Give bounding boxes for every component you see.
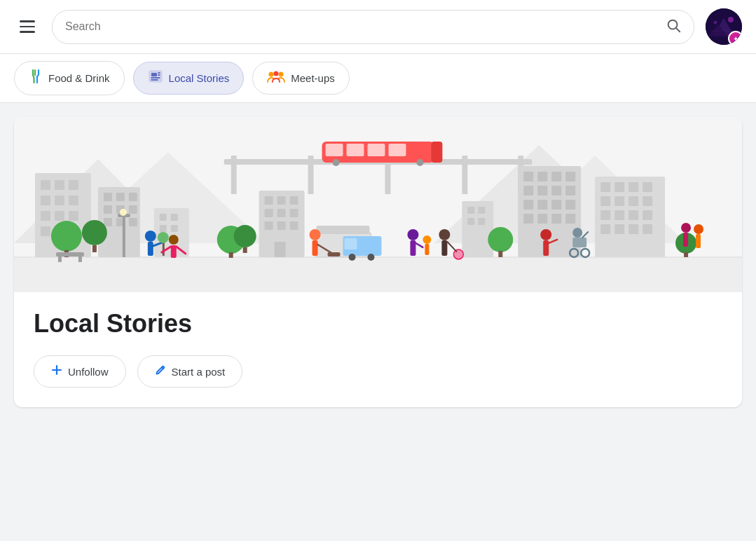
svg-point-17 xyxy=(274,71,279,76)
search-input[interactable] xyxy=(65,20,659,33)
svg-rect-148 xyxy=(328,252,341,256)
svg-rect-119 xyxy=(642,182,652,192)
svg-rect-55 xyxy=(116,193,125,201)
category-tab-meetups[interactable]: Meet-ups xyxy=(252,62,350,95)
svg-rect-101 xyxy=(551,172,561,182)
svg-rect-123 xyxy=(642,196,652,206)
start-post-label: Start a post xyxy=(172,366,226,378)
svg-rect-173 xyxy=(56,252,84,256)
svg-point-36 xyxy=(416,159,423,166)
svg-rect-71 xyxy=(171,225,178,232)
svg-rect-42 xyxy=(55,180,64,190)
svg-rect-129 xyxy=(614,224,624,234)
svg-rect-32 xyxy=(347,144,364,156)
svg-rect-75 xyxy=(290,196,298,205)
meetups-icon xyxy=(267,69,285,87)
svg-rect-79 xyxy=(265,221,273,230)
local-stories-label: Local Stories xyxy=(169,72,230,84)
start-post-button[interactable]: Start a post xyxy=(137,355,243,388)
svg-rect-26 xyxy=(308,156,314,194)
svg-point-149 xyxy=(407,229,418,240)
unfollow-label: Unfollow xyxy=(68,366,109,378)
svg-rect-159 xyxy=(543,240,549,256)
svg-rect-130 xyxy=(628,224,638,234)
svg-rect-86 xyxy=(345,238,357,249)
svg-point-172 xyxy=(120,209,127,216)
svg-rect-153 xyxy=(425,244,429,255)
svg-point-6 xyxy=(714,21,717,25)
svg-rect-69 xyxy=(171,214,178,221)
svg-point-35 xyxy=(333,159,340,166)
action-buttons: Unfollow Start a post xyxy=(34,355,722,388)
unfollow-button[interactable]: Unfollow xyxy=(34,355,126,388)
svg-rect-33 xyxy=(368,144,385,156)
svg-point-16 xyxy=(269,72,274,77)
svg-rect-31 xyxy=(326,144,343,156)
hamburger-menu-button[interactable] xyxy=(14,15,41,39)
svg-rect-116 xyxy=(600,182,610,192)
svg-rect-108 xyxy=(537,200,547,210)
category-tab-local-stories[interactable]: Local Stories xyxy=(133,62,245,95)
svg-rect-124 xyxy=(600,210,610,220)
svg-rect-45 xyxy=(55,196,64,205)
svg-rect-113 xyxy=(551,214,561,224)
hero-card: Local Stories Unfollow xyxy=(14,117,742,407)
main-content: Local Stories Unfollow xyxy=(0,103,756,421)
svg-rect-34 xyxy=(388,144,406,156)
svg-rect-80 xyxy=(277,221,286,230)
svg-rect-120 xyxy=(600,196,610,206)
svg-rect-76 xyxy=(265,209,273,217)
svg-rect-174 xyxy=(58,256,62,262)
meetups-label: Meet-ups xyxy=(291,72,335,84)
svg-point-140 xyxy=(158,232,169,243)
svg-point-161 xyxy=(572,228,582,238)
svg-point-63 xyxy=(51,221,82,252)
svg-rect-43 xyxy=(69,180,78,190)
svg-rect-95 xyxy=(478,207,485,214)
people-svg xyxy=(267,69,285,83)
svg-line-1 xyxy=(676,28,680,32)
svg-rect-56 xyxy=(129,193,137,201)
svg-rect-128 xyxy=(600,224,610,234)
svg-rect-48 xyxy=(55,211,64,221)
svg-rect-111 xyxy=(523,214,533,224)
svg-rect-84 xyxy=(317,226,370,234)
newspaper-svg xyxy=(148,69,163,83)
city-scene-svg xyxy=(14,117,742,292)
svg-rect-175 xyxy=(78,256,82,262)
avatar-badge: ✦ xyxy=(728,31,742,45)
svg-rect-102 xyxy=(565,172,575,182)
user-avatar-button[interactable]: ✦ xyxy=(706,8,742,45)
hamburger-line-2 xyxy=(20,26,35,28)
svg-rect-117 xyxy=(614,182,624,192)
category-tab-food-drink[interactable]: Food & Drink xyxy=(14,61,125,95)
svg-rect-47 xyxy=(41,211,50,221)
svg-rect-94 xyxy=(467,207,474,214)
svg-rect-99 xyxy=(523,172,533,182)
svg-rect-169 xyxy=(696,234,701,248)
svg-rect-90 xyxy=(229,252,233,258)
svg-point-5 xyxy=(728,17,734,22)
svg-line-178 xyxy=(162,367,163,369)
svg-rect-44 xyxy=(41,196,50,205)
pencil-icon-svg xyxy=(155,364,166,376)
svg-rect-110 xyxy=(565,200,575,210)
unfollow-icon xyxy=(51,364,62,378)
svg-rect-167 xyxy=(683,233,688,247)
svg-rect-104 xyxy=(537,186,547,196)
svg-point-166 xyxy=(681,223,691,233)
svg-rect-112 xyxy=(537,214,547,224)
svg-rect-50 xyxy=(41,226,50,236)
svg-rect-62 xyxy=(129,218,137,226)
svg-rect-100 xyxy=(537,172,547,182)
svg-rect-125 xyxy=(614,210,624,220)
svg-rect-150 xyxy=(410,240,415,256)
svg-rect-74 xyxy=(277,196,286,205)
svg-rect-54 xyxy=(104,193,112,201)
food-drink-icon xyxy=(29,69,43,88)
app-header: ✦ xyxy=(0,0,756,54)
svg-point-136 xyxy=(145,231,156,242)
svg-rect-49 xyxy=(69,211,78,221)
svg-rect-41 xyxy=(41,180,50,190)
category-navigation: Food & Drink Local Stories xyxy=(0,54,756,103)
